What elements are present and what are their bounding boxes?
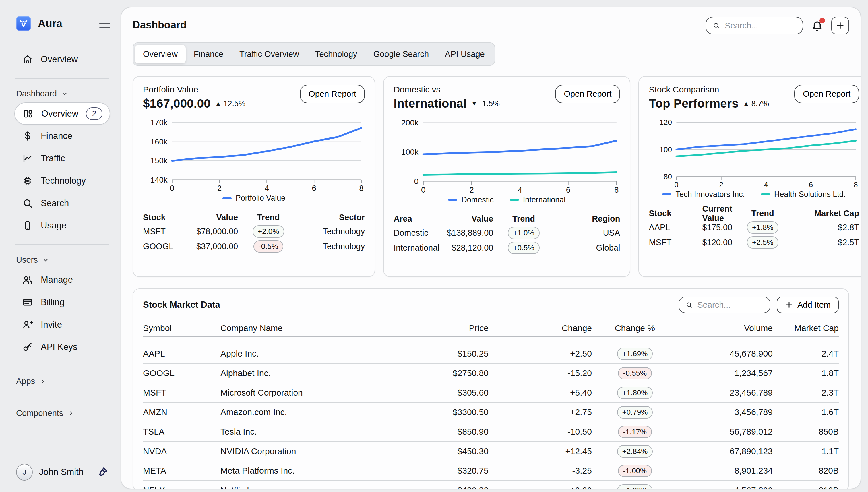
market-cell: -15.20 bbox=[489, 363, 592, 383]
market-cell: Tesla Inc. bbox=[220, 422, 400, 441]
market-cell: $2750.80 bbox=[400, 363, 489, 383]
sidebar-item-api-keys[interactable]: API Keys bbox=[14, 336, 110, 358]
divider bbox=[16, 78, 109, 79]
arrow-down-icon: ▼ bbox=[471, 100, 477, 107]
section-label-text: Users bbox=[16, 255, 38, 265]
chart-area: 140k150k160k170k02468Portfolio Value bbox=[143, 118, 365, 203]
sidebar-item-technology[interactable]: Technology bbox=[14, 170, 110, 192]
add-item-button[interactable]: Add Item bbox=[777, 297, 839, 313]
tab-technology[interactable]: Technology bbox=[307, 45, 365, 64]
card-head: Portfolio Value$167,000.00▲12.5%Open Rep… bbox=[143, 85, 365, 110]
market-cell: $850.90 bbox=[400, 422, 489, 441]
card-head: Domestic vsInternational▼-1.5%Open Repor… bbox=[394, 85, 620, 110]
card-table-header: Sector bbox=[299, 211, 365, 224]
users-icon bbox=[22, 274, 33, 286]
svg-text:160k: 160k bbox=[150, 137, 168, 146]
market-search-input[interactable] bbox=[697, 300, 764, 310]
legend-item: International bbox=[510, 195, 566, 204]
legend-swatch bbox=[510, 199, 519, 201]
change-pct-badge: -0.55% bbox=[618, 367, 652, 379]
sidebar-section-apps[interactable]: Apps bbox=[14, 374, 110, 390]
summary-card-1: Portfolio Value$167,000.00▲12.5%Open Rep… bbox=[132, 76, 375, 277]
market-cell: NVIDIA Corporation bbox=[220, 441, 400, 461]
sidebar-section-dashboard[interactable]: Dashboard bbox=[14, 86, 110, 102]
card-head: Stock ComparisonTop Performers▲8.7%Open … bbox=[649, 85, 859, 110]
sidebar-item-invite[interactable]: Invite bbox=[14, 314, 110, 336]
tab-traffic-overview[interactable]: Traffic Overview bbox=[231, 45, 307, 64]
sidebar-section-components[interactable]: Components bbox=[14, 405, 110, 422]
market-cell: $150.25 bbox=[400, 344, 489, 363]
open-report-button[interactable]: Open Report bbox=[555, 85, 620, 103]
card-table-header: Value bbox=[196, 211, 238, 224]
sidebar-item-traffic[interactable]: Traffic bbox=[14, 147, 110, 170]
change-pct-badge: -1.17% bbox=[618, 426, 652, 438]
tab-overview[interactable]: Overview bbox=[135, 45, 186, 64]
line-chart: 140k150k160k170k02468 bbox=[143, 118, 365, 192]
market-cell: 1,234,567 bbox=[678, 363, 773, 383]
arrow-up-icon: ▲ bbox=[215, 100, 221, 107]
market-cell: Microsoft Corporation bbox=[220, 383, 400, 402]
market-cell: Amazon.com Inc. bbox=[220, 402, 400, 422]
sidebar-item-overview[interactable]: Overview 2 bbox=[14, 102, 110, 125]
market-search bbox=[678, 297, 770, 313]
legend-label: Domestic bbox=[461, 195, 494, 204]
svg-text:120: 120 bbox=[660, 118, 672, 127]
chip-icon bbox=[22, 175, 33, 187]
market-cell: $480.20 bbox=[400, 480, 489, 489]
main-panel: Dashboard OverviewFinanceTraffic Overvie… bbox=[121, 7, 861, 489]
market-cell: -0.55% bbox=[592, 363, 678, 383]
sidebar-item-finance[interactable]: Finance bbox=[14, 125, 110, 147]
market-row-symbol: NFLX bbox=[143, 480, 220, 489]
summary-card-3: Stock ComparisonTop Performers▲8.7%Open … bbox=[638, 76, 861, 277]
market-table-body: AAPLApple Inc.$150.25+2.50+1.69%45,678,9… bbox=[143, 344, 839, 489]
svg-text:2: 2 bbox=[217, 184, 222, 192]
legend-item: Tech Innovators Inc. bbox=[662, 190, 745, 199]
user-profile[interactable]: J John Smith bbox=[14, 464, 110, 481]
sidebar-item-billing[interactable]: Billing bbox=[14, 291, 110, 314]
sidebar-item-manage[interactable]: Manage bbox=[14, 269, 110, 291]
divider bbox=[16, 366, 109, 366]
sidebar-item-overview-top[interactable]: Overview bbox=[14, 48, 110, 71]
market-cell: +2.75 bbox=[489, 402, 592, 422]
open-report-button[interactable]: Open Report bbox=[794, 85, 859, 103]
avatar: J bbox=[16, 464, 33, 481]
sidebar-item-label: Billing bbox=[41, 297, 65, 308]
card-delta: ▼-1.5% bbox=[471, 99, 500, 108]
tab-finance[interactable]: Finance bbox=[186, 45, 231, 64]
svg-text:140k: 140k bbox=[150, 175, 168, 184]
market-cell: +2.50 bbox=[489, 344, 592, 363]
open-report-button[interactable]: Open Report bbox=[300, 85, 365, 103]
card-table-cell: USA bbox=[554, 226, 620, 241]
search-icon bbox=[713, 21, 720, 30]
market-cell: Netflix Inc. bbox=[220, 480, 400, 489]
sidebar-item-label: Manage bbox=[41, 275, 73, 285]
card-table-cell: +2.0% bbox=[243, 224, 294, 239]
tab-api-usage[interactable]: API Usage bbox=[437, 45, 493, 64]
card-table-header: Stock bbox=[649, 207, 697, 220]
card-table-header: Region bbox=[554, 213, 620, 226]
add-new-button[interactable] bbox=[831, 17, 849, 34]
market-row-symbol: MSFT bbox=[143, 383, 220, 402]
sidebar-item-search[interactable]: Search bbox=[14, 192, 110, 215]
credit-card-icon bbox=[22, 297, 33, 308]
section-label-text: Dashboard bbox=[16, 89, 57, 98]
card-table-header: Market Cap bbox=[793, 207, 859, 220]
trend-badge: +2.0% bbox=[253, 225, 284, 238]
market-cell: 2.4T bbox=[773, 344, 839, 363]
market-cell: +5.40 bbox=[489, 383, 592, 402]
chart-legend: DomesticInternational bbox=[394, 195, 620, 204]
card-table-cell: $37,000.00 bbox=[196, 239, 238, 254]
svg-text:170k: 170k bbox=[150, 118, 168, 127]
dashboard-grid-icon bbox=[22, 108, 34, 119]
hamburger-menu-icon[interactable] bbox=[99, 20, 110, 28]
tab-google-search[interactable]: Google Search bbox=[365, 45, 437, 64]
svg-text:6: 6 bbox=[809, 180, 813, 188]
theme-brush-button[interactable] bbox=[96, 466, 108, 478]
market-cell: $3300.50 bbox=[400, 402, 489, 422]
global-search-input[interactable] bbox=[725, 21, 796, 30]
sidebar-section-users[interactable]: Users bbox=[14, 252, 110, 269]
chart-legend: Tech Innovators Inc.Health Solutions Ltd… bbox=[649, 190, 859, 199]
card-headline: Top Performers bbox=[649, 97, 738, 110]
notifications-button[interactable] bbox=[811, 19, 824, 32]
sidebar-item-usage[interactable]: Usage bbox=[14, 215, 110, 237]
